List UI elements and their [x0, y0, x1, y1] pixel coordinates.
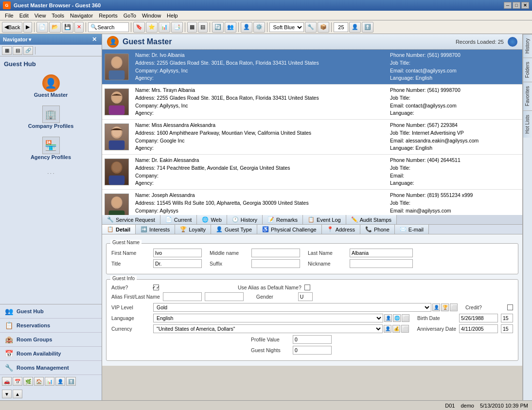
- menu-navigator[interactable]: Navigator: [67, 12, 96, 19]
- tool-btn-2[interactable]: ⭐: [146, 22, 158, 33]
- nav-tool-4[interactable]: 🏠: [34, 377, 44, 386]
- nav-icon-btn-1[interactable]: ▦: [2, 46, 12, 55]
- navigator-close-button[interactable]: ✕: [90, 36, 99, 43]
- tool-btn-9[interactable]: 🔧: [305, 22, 317, 33]
- credit-checkbox[interactable]: [507, 304, 513, 310]
- alias-last-input[interactable]: [205, 292, 244, 301]
- new-button[interactable]: 📄: [36, 22, 48, 33]
- tool-btn-5[interactable]: 🔄: [212, 22, 224, 33]
- guest-row[interactable]: Name: Miss Alessandra Aleksandra Address…: [102, 120, 522, 155]
- sidebar-item-reservations[interactable]: 📋 Reservations: [0, 319, 102, 333]
- tool-btn-1[interactable]: 🔖: [133, 22, 145, 33]
- lang-btn-3[interactable]: ⬜: [402, 314, 409, 322]
- navigator-dropdown[interactable]: ▼: [28, 37, 33, 42]
- sidebar-item-guest-hub[interactable]: 👥 Guest Hub: [0, 304, 102, 319]
- anniversary-num[interactable]: [501, 324, 513, 333]
- currency-select[interactable]: "United States of America, Dollars": [153, 324, 383, 333]
- menu-view[interactable]: View: [32, 12, 49, 19]
- tool-btn-11[interactable]: 👤: [349, 22, 361, 33]
- tab-interests[interactable]: ➡️ Interests: [136, 225, 175, 234]
- nav-arrow-down[interactable]: ▼: [2, 390, 12, 398]
- tab-email[interactable]: ✉️ E-mail: [395, 225, 429, 234]
- tool-btn-12[interactable]: ⬆️: [362, 22, 373, 33]
- guest-row[interactable]: Name: Dr. Eakin Alessandra Address: 714 …: [102, 155, 522, 190]
- guest-row[interactable]: Name: Dr. Ivo Albania Address: 2255 Glad…: [102, 50, 522, 85]
- view-btn-1[interactable]: ▦: [187, 22, 197, 33]
- minimize-button[interactable]: ─: [504, 2, 512, 9]
- tool-btn-8[interactable]: ⚙️: [253, 22, 265, 33]
- menu-reports[interactable]: Reports: [96, 12, 121, 19]
- menu-goto[interactable]: GoTo: [121, 12, 139, 19]
- lang-btn-2[interactable]: 🌐: [393, 314, 401, 322]
- right-tab-history[interactable]: History: [523, 34, 532, 57]
- tab-current[interactable]: 📄 Current: [160, 215, 197, 224]
- profile-value-input[interactable]: [293, 335, 332, 344]
- tab-event-log[interactable]: 📋 Event Log: [303, 215, 346, 224]
- tool-btn-7[interactable]: 👤: [241, 22, 252, 33]
- alias-first-input[interactable]: [163, 292, 202, 301]
- guest-list[interactable]: Name: Dr. Ivo Albania Address: 2255 Glad…: [102, 50, 522, 215]
- close-button[interactable]: ✕: [521, 2, 529, 9]
- guest-row[interactable]: Name: Mrs. Tirayn Albania Address: 2255 …: [102, 85, 522, 120]
- suffix-input[interactable]: [251, 259, 300, 268]
- tab-remarks[interactable]: 📝 Remarks: [263, 215, 303, 224]
- nav-tool-5[interactable]: 📊: [45, 377, 54, 386]
- delete-button[interactable]: ✕: [74, 22, 84, 33]
- tab-web[interactable]: 🌐 Web: [197, 215, 227, 224]
- sidebar-item-company-profiles[interactable]: 🏢 Company Profiles: [4, 103, 98, 132]
- language-select[interactable]: English: [153, 314, 383, 322]
- forward-button[interactable]: ▶: [23, 22, 32, 33]
- sidebar-item-room-groups[interactable]: 🏨 Room Groups: [0, 333, 102, 347]
- active-checkbox[interactable]: ✓: [153, 285, 159, 290]
- menu-file[interactable]: File: [2, 12, 17, 19]
- curr-btn-1[interactable]: 👤: [384, 325, 391, 333]
- search-box[interactable]: 🔍: [88, 22, 129, 32]
- vip-btn-2[interactable]: 🏆: [441, 303, 449, 311]
- sidebar-item-guest-master[interactable]: 👤 Guest Master: [4, 71, 98, 101]
- tab-history[interactable]: 🕐 History: [227, 215, 263, 224]
- last-name-input[interactable]: [350, 249, 413, 257]
- birth-date-num[interactable]: [501, 314, 513, 322]
- curr-btn-2[interactable]: 💰: [392, 325, 400, 333]
- nav-tool-1[interactable]: 🚗: [2, 377, 12, 386]
- tool-btn-3[interactable]: 📊: [159, 22, 170, 33]
- menu-window[interactable]: Window: [139, 12, 164, 19]
- right-tab-hot-lists[interactable]: Hot Lists: [523, 110, 532, 138]
- guest-row[interactable]: Name: Joseph Alessandra Address: 11545 W…: [102, 190, 522, 215]
- maximize-button[interactable]: □: [513, 2, 520, 9]
- menu-edit[interactable]: Edit: [17, 12, 32, 19]
- right-tab-folders[interactable]: Folders: [523, 57, 532, 82]
- birth-date-input[interactable]: [459, 314, 498, 322]
- sidebar-item-room-availability[interactable]: 📅 Room Availability: [0, 347, 102, 361]
- right-tab-favorites[interactable]: Favorites: [523, 82, 532, 110]
- middle-name-input[interactable]: [251, 249, 300, 257]
- nav-tool-6[interactable]: 👤: [55, 377, 65, 386]
- sidebar-item-agency-profiles[interactable]: 🏪 Agency Profiles: [4, 134, 98, 163]
- tab-address[interactable]: 📍 Address: [322, 225, 360, 234]
- gender-input[interactable]: [298, 292, 313, 301]
- tool-btn-6[interactable]: 👥: [225, 22, 236, 33]
- anniversary-input[interactable]: [459, 324, 498, 333]
- nickname-input[interactable]: [350, 259, 413, 268]
- open-button[interactable]: 📂: [49, 22, 61, 33]
- tab-audit-stamps[interactable]: ✏️ Audit Stamps: [346, 215, 397, 224]
- nav-arrow-up[interactable]: ▲: [13, 390, 22, 398]
- nav-icon-btn-2[interactable]: ▤: [13, 46, 22, 55]
- nav-tool-3[interactable]: 🌿: [23, 377, 33, 386]
- guest-nights-input[interactable]: [293, 346, 332, 355]
- tab-service-request[interactable]: 🔧 Service Request: [102, 215, 160, 224]
- search-input[interactable]: [97, 24, 126, 30]
- tab-phone[interactable]: 📞 Phone: [360, 225, 395, 234]
- back-button[interactable]: ◀ Back: [2, 22, 22, 33]
- tab-detail[interactable]: 📋 Detail: [102, 225, 136, 234]
- sidebar-item-rooms-management[interactable]: 🔧 Rooms Management: [0, 361, 102, 375]
- tab-loyalty[interactable]: 🏆 Loyalty: [175, 225, 211, 234]
- vip-btn-3[interactable]: ⬜: [450, 303, 458, 311]
- vip-level-select[interactable]: Gold: [153, 303, 431, 312]
- theme-selector[interactable]: Soft Blue: [269, 22, 304, 32]
- lang-btn-1[interactable]: 👤: [384, 314, 392, 322]
- vip-btn-1[interactable]: 👤: [432, 303, 440, 311]
- record-count-input[interactable]: [334, 22, 348, 32]
- tab-physical-challenge[interactable]: ♿ Physical Challenge: [257, 225, 322, 234]
- first-name-input[interactable]: [153, 249, 202, 257]
